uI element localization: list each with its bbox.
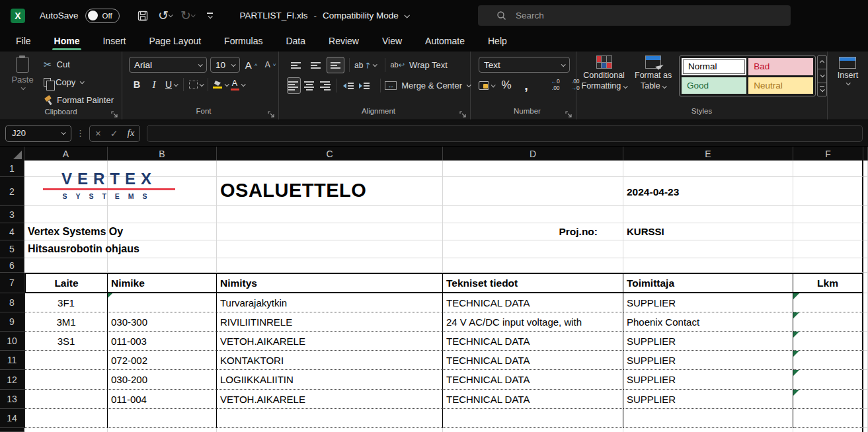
cut-button[interactable]: ✂ Cut: [44, 57, 114, 72]
align-right-button[interactable]: [319, 77, 333, 94]
align-left-button[interactable]: [287, 77, 301, 94]
cell-sliver-4[interactable]: [863, 223, 868, 240]
number-format-select[interactable]: Text: [479, 57, 570, 73]
cell-sliver-13[interactable]: [863, 390, 868, 409]
style-neutral[interactable]: Neutral: [748, 77, 813, 94]
cell-D8[interactable]: TECHNICAL DATA: [443, 293, 623, 312]
row-header-5[interactable]: 5: [0, 240, 24, 258]
cell-D13[interactable]: TECHNICAL DATA: [443, 390, 623, 409]
select-all-button[interactable]: [0, 147, 24, 161]
cell-C8[interactable]: Turvarajakytkin: [217, 293, 443, 312]
column-header-E[interactable]: E: [623, 147, 793, 161]
cell-D11[interactable]: TECHNICAL DATA: [443, 351, 623, 370]
redo-button[interactable]: ↻: [178, 6, 198, 26]
cell-C7[interactable]: Nimitys: [217, 273, 443, 293]
fill-color-button[interactable]: [212, 77, 228, 92]
cell-sliver-15[interactable]: [863, 428, 868, 432]
gallery-scroll-down-button[interactable]: [818, 69, 826, 83]
tab-page-layout[interactable]: Page Layout: [149, 36, 201, 52]
cell-B3[interactable]: [108, 206, 217, 223]
tab-help[interactable]: Help: [488, 36, 507, 52]
cell-E1[interactable]: [623, 161, 793, 177]
cell-E13[interactable]: SUPPLIER: [623, 390, 793, 409]
cell-C14[interactable]: [217, 409, 443, 428]
cell-A12[interactable]: [24, 370, 108, 390]
name-box[interactable]: J20: [5, 125, 71, 142]
row-header-4[interactable]: 4: [0, 223, 24, 240]
cell-B14[interactable]: [108, 409, 217, 428]
cell-A9[interactable]: 3M1: [24, 312, 108, 332]
increase-font-size-button[interactable]: A˄: [243, 57, 259, 73]
cell-F1[interactable]: [793, 161, 863, 177]
row-header-11[interactable]: 11: [0, 351, 24, 370]
borders-button[interactable]: [188, 77, 204, 92]
gallery-more-button[interactable]: [818, 83, 826, 96]
clipboard-dialog-launcher[interactable]: [111, 109, 119, 117]
cell-E11[interactable]: SUPPLIER: [623, 351, 793, 370]
cell-A15[interactable]: [24, 428, 108, 432]
cell-sliver-12[interactable]: [863, 370, 868, 390]
cell-A10[interactable]: 3S1: [24, 332, 108, 351]
cell-B11[interactable]: 072-002: [108, 351, 217, 370]
cell-E7[interactable]: Toimittaja: [623, 273, 793, 293]
cell-A6[interactable]: [24, 258, 108, 273]
cell-F6[interactable]: [793, 258, 863, 273]
save-button[interactable]: [133, 6, 153, 26]
row-header-6[interactable]: 6: [0, 258, 24, 273]
cell-sliver-6[interactable]: [863, 258, 868, 273]
row-header-14[interactable]: 14: [0, 409, 24, 428]
excel-app-icon[interactable]: X: [11, 9, 25, 23]
alignment-dialog-launcher[interactable]: [459, 109, 467, 117]
cell-B15[interactable]: [108, 428, 217, 432]
insert-function-icon[interactable]: fx: [128, 127, 135, 139]
tab-view[interactable]: View: [382, 36, 402, 52]
cell-C5[interactable]: [217, 240, 443, 258]
accounting-format-button[interactable]: [479, 77, 494, 93]
cell-C13[interactable]: VETOH.AIKARELE: [217, 390, 443, 409]
cell-F12[interactable]: [793, 370, 863, 390]
align-middle-button[interactable]: [307, 57, 325, 73]
cell-F10[interactable]: [793, 332, 863, 351]
cell-C1[interactable]: [217, 161, 443, 177]
cell-D4[interactable]: Proj.no:: [443, 223, 623, 240]
tab-automate[interactable]: Automate: [425, 36, 465, 52]
underline-button[interactable]: U: [163, 77, 179, 92]
cell-C12[interactable]: LOGIIKKALIITIN: [217, 370, 443, 390]
tab-home[interactable]: Home: [54, 36, 80, 52]
cell-F13[interactable]: [793, 390, 863, 409]
cell-sliver-7[interactable]: [863, 273, 868, 293]
cell-A8[interactable]: 3F1: [24, 293, 108, 312]
cell-A5[interactable]: Hitsausrobotin ohjaus: [24, 240, 108, 258]
row-header-2[interactable]: 2: [0, 177, 24, 206]
autosave-toggle[interactable]: Off: [85, 9, 120, 23]
decrease-font-size-button[interactable]: A˅: [262, 57, 278, 73]
cell-B9[interactable]: 030-300: [108, 312, 217, 332]
cell-F7[interactable]: Lkm: [793, 273, 863, 293]
cell-C10[interactable]: VETOH.AIKARELE: [217, 332, 443, 351]
cell-D9[interactable]: 24 V AC/DC input voltage, with: [443, 312, 623, 332]
cell-A4[interactable]: Vertex Systems Oy: [24, 223, 108, 240]
cell-F11[interactable]: [793, 351, 863, 370]
copy-button[interactable]: Copy: [44, 75, 114, 90]
comma-style-button[interactable]: ,: [518, 77, 534, 93]
column-header-D[interactable]: D: [443, 147, 623, 161]
wrap-text-button[interactable]: ab↩ Wrap Text: [390, 60, 448, 70]
row-header-1[interactable]: 1: [0, 161, 24, 177]
increase-indent-button[interactable]: [358, 77, 372, 94]
cell-C15[interactable]: [217, 428, 443, 432]
style-normal[interactable]: Normal: [682, 58, 746, 75]
cell-A7[interactable]: Laite: [24, 273, 108, 293]
cell-F9[interactable]: [793, 312, 863, 332]
row-header-7[interactable]: 7: [0, 273, 24, 293]
cell-B6[interactable]: [108, 258, 217, 273]
tab-file[interactable]: File: [16, 36, 31, 52]
font-color-button[interactable]: A: [229, 77, 245, 92]
cell-A3[interactable]: [24, 206, 108, 223]
cell-E4[interactable]: KURSSI: [623, 223, 793, 240]
orientation-button[interactable]: ab↗: [354, 57, 376, 73]
cell-E2[interactable]: 2024-04-23: [623, 177, 793, 206]
column-header-C[interactable]: C: [217, 147, 443, 161]
style-bad[interactable]: Bad: [748, 58, 813, 75]
italic-button[interactable]: I: [146, 77, 162, 92]
cell-sliver-8[interactable]: [863, 293, 868, 312]
